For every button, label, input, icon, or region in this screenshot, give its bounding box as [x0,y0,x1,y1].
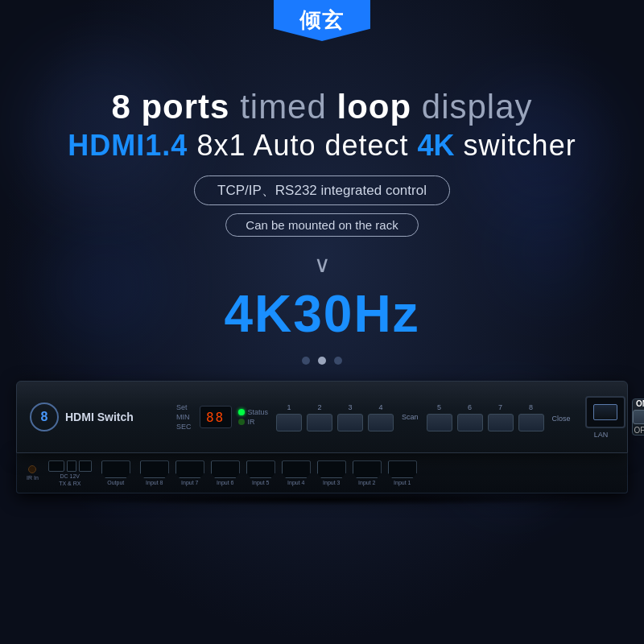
channel-buttons-1-4: 1 2 3 4 [276,403,394,431]
ch-label-4: 4 [368,403,394,411]
dc-jack-icon [48,460,64,472]
ch-label-6: 6 [457,403,483,411]
content-area: 8 ports timed loop display HDMI1.4 8x1 A… [0,0,644,644]
input-port-7: Input 7 [175,460,204,485]
headline-8x1: 8x1 [188,129,253,162]
channel-btn-5[interactable] [427,414,452,431]
headline-timed: timed [229,88,336,126]
dc-connector-icon [67,460,76,472]
input-port-2: Input 2 [353,460,382,485]
segment-display-group: 88 Status IR [200,406,269,428]
headline-8ports: 8 ports [111,88,229,126]
channel-labels-1-4: 1 2 3 4 [276,403,394,411]
channel-btn-2[interactable] [307,414,332,431]
close-label: Close [552,415,571,423]
channel-btn-1[interactable] [276,414,302,431]
input-port-8: Input 8 [140,460,169,485]
ir-led-icon [28,465,36,473]
input-port-1: Input 1 [388,460,417,485]
input-3-label: Input 3 [323,480,340,485]
channel-btn-7[interactable] [488,414,514,431]
input-7-label: Input 7 [181,480,198,485]
device-logo-area: 8 HDMI Switch [30,402,159,431]
input-5-hdmi-icon [246,460,275,478]
input-8-label: Input 8 [146,480,163,485]
device-logo-name: HDMI Switch [65,411,134,424]
device-logo-number: 8 [41,410,48,424]
input-4-label: Input 4 [287,480,304,485]
ch-label-5: 5 [427,403,452,411]
input-ports-group: Input 8 Input 7 Input 6 Input 5 [140,460,417,485]
input-5-label: Input 5 [252,480,269,485]
channel-btn-8[interactable] [518,414,544,431]
tcpip-badge: TCP/IP、RS232 integrated control [194,175,450,205]
ir-in-port: IR In [27,465,39,481]
dc-port-group: DC 12V TX & RX [48,460,92,486]
brand-name: 倾玄 [299,8,345,32]
indicator-2 [238,419,245,425]
headline-line1: 8 ports timed loop display [111,89,532,126]
device-front-panel: 8 HDMI Switch Set MIN SEC [16,381,628,453]
status-label: Status [248,408,269,416]
lan-label: LAN [594,431,609,439]
ch-label-8: 8 [518,403,544,411]
dot-3 [334,357,342,365]
lan-port [585,396,625,428]
controls-section: Set MIN SEC 88 Status IR [176,403,571,431]
device-image: 8 HDMI Switch Set MIN SEC [16,381,628,506]
device-back-panel: IR In DC 12V TX & RX Output [16,453,628,493]
headline-hdmi14: HDMI1.4 [68,129,188,162]
tx-rx-label: TX & RX [59,481,80,486]
rack-mount-badge: Can be mounted on the rack [225,213,418,237]
channel-buttons-5-8: 5 6 7 8 [427,403,544,431]
input-port-3: Input 3 [317,460,346,485]
output-label: Output [107,480,124,485]
input-port-4: Input 4 [282,460,311,485]
dot-2 [318,357,326,365]
set-label: Set [176,403,192,411]
input-2-hdmi-icon [353,460,382,478]
headline-loop: loop [337,88,412,126]
power-switch[interactable]: ON OFF [632,398,644,436]
power-off-label: OFF [634,426,644,435]
min-label: MIN [176,413,192,421]
headline-switcher: switcher [455,129,576,162]
carousel-dots [302,357,342,365]
channel-labels-5-8: 5 6 7 8 [427,403,544,411]
device-logo-circle: 8 [30,402,59,431]
scan-label: Scan [402,413,419,421]
input-1-label: Input 1 [394,480,411,485]
output-port-group: Output [101,460,130,485]
segment-display: 88 [200,406,232,428]
dc-label: DC 12V [60,473,80,479]
scan-group: Scan [402,413,419,421]
channel-btn-3[interactable] [337,414,363,431]
power-toggle-icon[interactable] [633,410,644,424]
main-container: 倾玄 8 ports timed loop display HDMI1.4 8x… [0,0,644,644]
input-6-hdmi-icon [211,460,240,478]
lan-connector-icon [593,404,617,420]
indicator-1 [238,409,245,415]
time-controls: Set MIN SEC [176,403,192,431]
input-4-hdmi-icon [282,460,311,478]
input-1-hdmi-icon [388,460,417,478]
sec-label: SEC [176,423,192,431]
headline-auto: Auto detect [253,129,417,162]
input-6-label: Input 6 [217,480,233,485]
input-7-hdmi-icon [175,460,204,478]
output-hdmi-port-icon [101,460,130,478]
channel-btn-6[interactable] [457,414,483,431]
ir-label: IR [248,418,269,426]
input-8-hdmi-icon [140,460,169,478]
ch-label-7: 7 [488,403,514,411]
close-label-group: Close [552,410,571,424]
input-port-5: Input 5 [246,460,275,485]
indicator-lights [238,409,245,425]
headline-line2: HDMI1.4 8x1 Auto detect 4K switcher [68,129,576,163]
ch-label-1: 1 [276,403,302,411]
ch-label-3: 3 [337,403,363,411]
input-3-hdmi-icon [317,460,346,478]
chevron-down-icon: ∨ [314,251,331,278]
channel-btn-4[interactable] [368,414,394,431]
lan-section: LAN [577,396,625,439]
